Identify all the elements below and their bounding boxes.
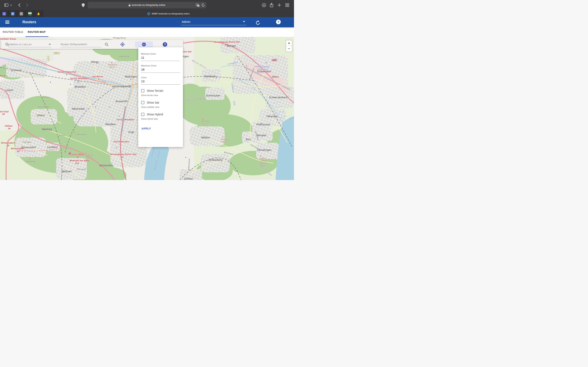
sidebar-toggle-icon[interactable] bbox=[3, 2, 9, 8]
usda-icon: USDA bbox=[28, 12, 32, 16]
max-zoom-field[interactable]: Maximum Zoom 18 bbox=[141, 64, 180, 73]
zoom-label: Zoom bbox=[141, 76, 180, 79]
zoom-in-button[interactable]: + bbox=[286, 40, 292, 46]
downloads-button[interactable] bbox=[261, 2, 267, 8]
lock-icon bbox=[129, 5, 130, 6]
min-zoom-label: Minimum Zoom bbox=[141, 53, 180, 55]
tab-title: WMIF:testnode.eu.thingularity.online bbox=[152, 12, 190, 15]
svg-text:文: 文 bbox=[198, 5, 199, 7]
router-search-button[interactable] bbox=[104, 42, 110, 48]
translate-icon[interactable]: A文 bbox=[196, 3, 199, 7]
show-terrain-row[interactable]: Show Terrain bbox=[141, 89, 180, 92]
user-menu-dropdown[interactable]: Admin bbox=[181, 19, 247, 25]
show-terrain-checkbox[interactable] bbox=[141, 89, 144, 92]
show-terrain-label: Show Terrain bbox=[147, 89, 163, 92]
min-zoom-value[interactable]: 11 bbox=[141, 56, 180, 61]
show-sat-checkbox[interactable] bbox=[141, 101, 144, 104]
min-zoom-field[interactable]: Minimum Zoom 11 bbox=[141, 53, 180, 61]
info-icon: I bbox=[20, 12, 23, 16]
zoom-out-button[interactable]: − bbox=[286, 46, 292, 52]
show-hybrid-desc: Show hybrid view. bbox=[141, 118, 180, 120]
map-settings-panel: Minimum Zoom 11 Maximum Zoom 18 Zoom 13 … bbox=[138, 47, 183, 147]
router-id-input[interactable] bbox=[61, 43, 102, 46]
show-hybrid-toggle: Show Hybrid Show hybrid view. bbox=[141, 113, 180, 120]
show-sat-row[interactable]: Show Sat bbox=[141, 101, 180, 104]
menu-icon[interactable] bbox=[5, 21, 9, 24]
pinned-tab-firebase[interactable] bbox=[34, 10, 43, 17]
max-zoom-value[interactable]: 18 bbox=[141, 68, 180, 73]
show-terrain-desc: Show terrain view. bbox=[141, 94, 180, 96]
pinned-tab-info[interactable]: I bbox=[17, 10, 26, 17]
address-input[interactable] bbox=[8, 43, 51, 46]
active-tab-indicator bbox=[26, 36, 48, 37]
url-bar[interactable]: testnode.eu.thingularity.online A文 bbox=[87, 2, 207, 8]
refresh-button[interactable] bbox=[255, 20, 261, 26]
page-footer-strip bbox=[0, 180, 294, 184]
sidebar-chevron-icon[interactable] bbox=[9, 2, 13, 8]
chevron-down-icon[interactable] bbox=[49, 44, 51, 45]
zoom-field[interactable]: Zoom 13 bbox=[141, 76, 180, 85]
document-icon bbox=[11, 12, 15, 16]
show-hybrid-checkbox[interactable] bbox=[141, 113, 144, 116]
router-search-field[interactable] bbox=[61, 42, 102, 47]
show-hybrid-row[interactable]: Show Hybrid bbox=[141, 113, 180, 116]
map-settings-button[interactable] bbox=[135, 42, 153, 47]
map-zoom-control: + − bbox=[286, 40, 292, 52]
apply-button[interactable]: APPLY bbox=[141, 126, 151, 131]
shield-privacy-icon[interactable] bbox=[80, 2, 86, 8]
router-view-tabs: ROUTER-TABLE ROUTER-MAP bbox=[0, 27, 294, 37]
active-browser-tab[interactable]: WMIF:testnode.eu.thingularity.online bbox=[43, 10, 294, 17]
browser-titlebar: testnode.eu.thingularity.online A文 bbox=[0, 0, 294, 10]
chevron-down-icon bbox=[243, 21, 245, 22]
flame-icon bbox=[37, 12, 40, 16]
gear-icon bbox=[142, 42, 146, 47]
address-search-field[interactable] bbox=[8, 42, 51, 47]
show-terrain-toggle: Show Terrain Show terrain view. bbox=[141, 89, 180, 96]
url-text: testnode.eu.thingularity.online bbox=[132, 4, 165, 7]
help-button[interactable]: ? bbox=[276, 20, 281, 24]
reload-icon[interactable] bbox=[201, 3, 205, 7]
zoom-value[interactable]: 13 bbox=[141, 80, 180, 85]
page-title: Routers bbox=[22, 20, 36, 24]
locate-gps-button[interactable] bbox=[120, 42, 126, 48]
pinned-tab-icloud[interactable]: ☁ bbox=[0, 10, 9, 17]
tab-overview-button[interactable] bbox=[284, 2, 290, 8]
app-header: Routers Admin ? bbox=[0, 17, 294, 27]
tab-router-map[interactable]: ROUTER-MAP bbox=[28, 31, 45, 33]
browser-tabstrip: ☁ I USDA WMIF:testnode.eu.thingularity.o… bbox=[0, 10, 294, 17]
map-help-button[interactable]: ? bbox=[163, 42, 167, 47]
show-sat-desc: Show satellite view. bbox=[141, 106, 180, 108]
back-button[interactable] bbox=[16, 2, 22, 8]
new-tab-button[interactable] bbox=[276, 2, 282, 8]
forward-button[interactable] bbox=[24, 2, 30, 8]
show-sat-label: Show Sat bbox=[147, 101, 159, 104]
user-menu-value: Admin bbox=[182, 20, 190, 24]
show-hybrid-label: Show Hybrid bbox=[147, 113, 163, 116]
tab-router-table[interactable]: ROUTER-TABLE bbox=[3, 31, 23, 33]
globe-icon bbox=[147, 12, 150, 15]
max-zoom-label: Maximum Zoom bbox=[141, 64, 180, 67]
pinned-tab-usda[interactable]: USDA bbox=[26, 10, 34, 17]
show-sat-toggle: Show Sat Show satellite view. bbox=[141, 101, 180, 108]
cloud-icon: ☁ bbox=[2, 12, 6, 16]
share-button[interactable] bbox=[268, 2, 275, 8]
pinned-tab-docs[interactable] bbox=[9, 10, 17, 17]
